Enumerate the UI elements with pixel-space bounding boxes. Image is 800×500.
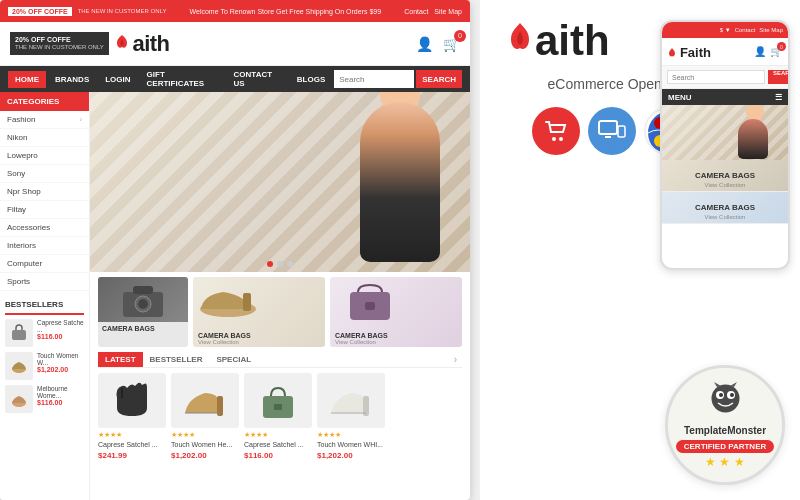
camera-bag-main: CAMERA BAGS	[98, 277, 188, 347]
header: 20% OFF COFFE THE NEW IN CUSTOMER ONLY a…	[0, 22, 470, 66]
nav-blogs[interactable]: BLOGS	[290, 71, 332, 88]
banner-shoes-1[interactable]: CAMERA BAGS View Collection	[193, 277, 325, 347]
product-name-1: Caprese Satchel ...	[98, 441, 166, 449]
logo[interactable]: aith	[115, 31, 170, 57]
sidebar: CATEGORIES Fashion › Nikon Lowepro Sony …	[0, 92, 90, 500]
product-card-1: ★★★★ Caprese Satchel ... $241.99	[98, 373, 166, 460]
banner-shoes-img-1	[193, 277, 325, 322]
devices-platform-icon	[588, 107, 636, 155]
search-button[interactable]: SEARCH	[416, 70, 462, 88]
sidebar-item-computer[interactable]: Computer	[0, 255, 89, 273]
promo-sub: THE NEW IN CUSTOMER ONLY	[78, 8, 167, 14]
mobile-logo-flame	[668, 44, 680, 60]
search-input[interactable]	[334, 70, 414, 88]
svg-rect-10	[365, 302, 375, 310]
mobile-banner-1-content: CAMERA BAGS View Collection	[695, 171, 755, 180]
nav-contact[interactable]: CONTACT US	[227, 66, 288, 92]
mobile-search-input[interactable]	[667, 70, 765, 84]
mobile-logo-text: Faith	[680, 45, 711, 60]
products-section: CAMERA BAGS CAMERA BAGS View Collec	[90, 272, 470, 465]
topbar-links[interactable]: Contact Site Map	[404, 8, 462, 15]
cart-icon[interactable]: 🛒 0	[443, 36, 460, 52]
bs-info-2: Touch Women W... $1,202.00	[37, 352, 84, 373]
sidebar-item-nprshop[interactable]: Npr Shop	[0, 183, 89, 201]
banner-label-2: CAMERA BAGS	[335, 332, 388, 339]
mobile-search-button[interactable]: SEARCH	[768, 70, 790, 84]
mobile-view-collection-1[interactable]: View Collection	[705, 182, 746, 188]
bs-info-1: Caprese Satche ... $116.00	[37, 319, 84, 340]
mobile-user-icon[interactable]: 👤	[754, 46, 766, 57]
nav-gift[interactable]: GIFT CERTIFICATES	[140, 66, 225, 92]
sidebar-item-interiors[interactable]: Interiors	[0, 237, 89, 255]
right-panel: aith eCommerce Opencart Theme	[480, 0, 800, 500]
mobile-menu-label: MENU	[668, 93, 692, 102]
cart-badge: 0	[454, 30, 466, 42]
mobile-preview: $ ▼ Contact Site Map Faith 👤 🛒 0	[660, 20, 790, 270]
hero-figure	[350, 92, 450, 272]
svg-rect-8	[243, 293, 251, 311]
product-price-1: $241.99	[98, 451, 166, 460]
product-card-2: ★★★★ Touch Women He... $1,202.00	[171, 373, 239, 460]
nav-search: SEARCH	[334, 70, 462, 88]
tab-next-arrow[interactable]: ›	[449, 354, 462, 365]
mobile-contact-link[interactable]: Contact	[735, 27, 756, 33]
product-img-4	[317, 373, 385, 428]
welcome-text: Welcome To Renown Store Get Free Shippin…	[190, 8, 382, 15]
sidebar-item-fashion[interactable]: Fashion ›	[0, 111, 89, 129]
sitemap-link[interactable]: Site Map	[434, 8, 462, 15]
mobile-cart-badge: 0	[777, 42, 786, 51]
sidebar-item-sports[interactable]: Sports	[0, 273, 89, 291]
nav-login[interactable]: LOGIN	[98, 71, 137, 88]
tm-brand-name: TemplateMonster	[684, 425, 766, 437]
mobile-hamburger-icon[interactable]: ☰	[775, 93, 782, 102]
tab-bestseller[interactable]: BESTSELLER	[143, 352, 210, 367]
chevron-right-icon: ›	[80, 116, 82, 123]
left-panel: 20% OFF COFFE THE NEW IN CUSTOMER ONLY W…	[0, 0, 470, 500]
svg-rect-0	[12, 330, 26, 340]
mobile-banner-1: CAMERA BAGS View Collection	[662, 160, 788, 192]
contact-link[interactable]: Contact	[404, 8, 428, 15]
bestsellers-label: BESTSELLERS	[5, 296, 84, 315]
mobile-sitemap-link[interactable]: Site Map	[759, 27, 783, 33]
mobile-cart-icon[interactable]: 🛒 0	[770, 46, 782, 57]
tab-latest[interactable]: LATEST	[98, 352, 143, 367]
product-name-2: Touch Women He...	[171, 441, 239, 449]
nav-brands[interactable]: BRANDS	[48, 71, 96, 88]
mobile-figure	[738, 105, 773, 160]
nav-home[interactable]: HOME	[8, 71, 46, 88]
figure-container	[360, 102, 440, 262]
mobile-logo: Faith	[668, 44, 711, 60]
product-stars-1: ★★★★	[98, 431, 166, 439]
sidebar-item-filtay[interactable]: Filtay	[0, 201, 89, 219]
bs-info-3: Melbourne Wome... $116.00	[37, 385, 84, 406]
dot-1[interactable]	[267, 261, 273, 267]
tm-badge: TemplateMonster CERTIFIED PARTNER ★ ★ ★	[665, 365, 785, 485]
view-collection-1[interactable]: View Collection	[198, 339, 239, 345]
product-card-4: ★★★★ Touch Women WHI... $1,202.00	[317, 373, 385, 460]
brand-logo-large: aith	[505, 20, 610, 66]
sidebar-item-lowepro[interactable]: Lowepro	[0, 147, 89, 165]
banner-bag-1[interactable]: CAMERA BAGS View Collection	[330, 277, 462, 347]
svg-rect-4	[133, 286, 153, 294]
sidebar-item-nikon[interactable]: Nikon	[0, 129, 89, 147]
mobile-banner-label-1: CAMERA BAGS	[695, 171, 755, 180]
user-icon[interactable]: 👤	[416, 36, 433, 52]
promo-badge: 20% OFF COFFE	[8, 7, 72, 16]
view-collection-2[interactable]: View Collection	[335, 339, 376, 345]
product-tabs: LATEST BESTSELLER SPECIAL ›	[98, 352, 462, 368]
svg-point-15	[552, 137, 556, 141]
svg-marker-30	[730, 382, 737, 387]
product-name-4: Touch Women WHI...	[317, 441, 385, 449]
sidebar-item-sony[interactable]: Sony	[0, 165, 89, 183]
mobile-header: Faith 👤 🛒 0	[662, 38, 788, 66]
product-card-3: ★★★★ Caprese Satchel ... $116.00	[244, 373, 312, 460]
logo-f	[115, 31, 133, 56]
dot-3[interactable]	[287, 261, 293, 267]
mobile-view-collection-2[interactable]: View Collection	[705, 214, 746, 220]
bs-img-2	[5, 352, 33, 380]
tab-special[interactable]: SPECIAL	[209, 352, 258, 367]
svg-point-6	[138, 299, 148, 309]
dot-2[interactable]	[277, 261, 283, 267]
sidebar-item-accessories[interactable]: Accessories	[0, 219, 89, 237]
mobile-menu-bar: MENU ☰	[662, 89, 788, 105]
